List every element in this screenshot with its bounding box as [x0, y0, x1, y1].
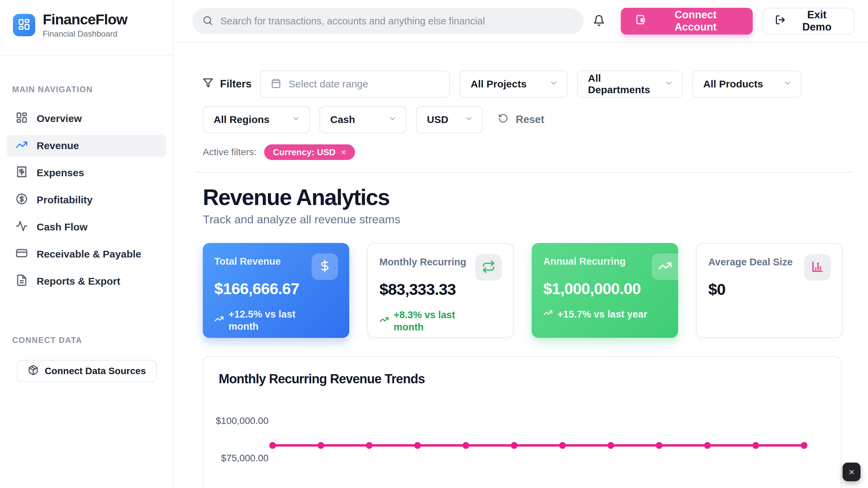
search-input[interactable]	[220, 16, 573, 27]
currency-select-value: USD	[427, 114, 448, 125]
date-range-picker[interactable]	[260, 70, 450, 98]
sidebar-item-receivable-payable[interactable]: Receivable & Payable	[7, 243, 166, 265]
mrr-data-point[interactable]	[414, 442, 421, 449]
mrr-data-point[interactable]	[511, 442, 518, 449]
y-axis-tick-label: $75,000.00	[221, 453, 269, 463]
connect-account-button[interactable]: Connect Account	[621, 8, 752, 35]
receipt-icon	[16, 166, 28, 180]
top-bar: Connect Account Exit Demo	[174, 0, 868, 43]
activity-icon	[16, 220, 28, 235]
sidebar-item-label: Revenue	[37, 140, 79, 151]
mrr-data-point[interactable]	[559, 442, 566, 449]
dashboard-grid-icon	[16, 111, 28, 126]
sidebar-item-cash-flow[interactable]: Cash Flow	[7, 216, 166, 238]
search-icon	[202, 15, 213, 27]
funnel-icon	[203, 78, 213, 91]
dashboard-grid-icon	[18, 18, 31, 32]
dollar-sign-icon	[318, 259, 332, 274]
projects-select[interactable]: All Projects	[460, 70, 568, 98]
chevron-down-icon	[549, 78, 558, 90]
filters-row-1: Filters All Projects All Departments All…	[203, 70, 846, 98]
metric-card-average-deal-size: Average Deal Size $0	[696, 243, 843, 338]
metric-change-text: +12.5% vs last month	[229, 308, 303, 333]
products-select[interactable]: All Products	[692, 70, 802, 98]
notifications-button[interactable]	[593, 15, 605, 27]
app-logo	[13, 14, 35, 36]
metric-card-monthly-recurring: Monthly Recurring $83,333.33 +8.3% vs la…	[367, 243, 514, 338]
metric-value: $0	[708, 280, 830, 299]
mrr-data-point[interactable]	[704, 442, 711, 449]
mrr-data-point[interactable]	[608, 442, 614, 449]
mrr-data-point[interactable]	[366, 442, 373, 449]
mrr-data-point[interactable]	[318, 442, 324, 449]
brand-header: FinanceFlow Financial Dashboard	[0, 0, 173, 56]
active-filter-chip-currency[interactable]: Currency: USD ×	[264, 144, 355, 160]
metric-icon-badge	[804, 254, 831, 281]
rotate-ccw-icon	[498, 113, 508, 126]
close-icon[interactable]: ×	[341, 147, 346, 158]
page-title: Revenue Analytics	[203, 184, 846, 210]
metric-card-total-revenue: Total Revenue $166,666.67 +12.5% vs last…	[203, 243, 349, 338]
filters-label: Filters	[220, 78, 252, 90]
sidebar-item-label: Profitability	[37, 194, 93, 206]
sidebar-item-expenses[interactable]: Expenses	[7, 162, 166, 184]
main-navigation-header: MAIN NAVIGATION	[12, 85, 173, 94]
credit-card-icon	[16, 247, 28, 262]
trending-up-icon	[214, 314, 224, 326]
filters-heading: Filters	[203, 78, 252, 91]
trending-up-icon	[543, 308, 553, 320]
mrr-data-point[interactable]	[801, 442, 808, 449]
sidebar-item-label: Overview	[37, 113, 82, 124]
metric-change-text: +15.7% vs last year	[557, 308, 647, 320]
chip-label: Currency: USD	[273, 147, 336, 158]
connect-data-header: CONNECT DATA	[12, 336, 173, 345]
departments-select[interactable]: All Departments	[577, 70, 683, 98]
mrr-trends-line-chart: $100,000.00$75,000.00$50,000.00	[203, 357, 842, 488]
metric-value: $83,333.33	[379, 280, 501, 299]
sidebar-item-revenue[interactable]: Revenue	[7, 135, 166, 157]
projects-select-value: All Projects	[471, 78, 527, 90]
exit-demo-button[interactable]: Exit Demo	[763, 8, 854, 35]
metric-change: +12.5% vs last month	[214, 308, 303, 333]
currency-select[interactable]: USD	[416, 106, 483, 133]
active-filters-row: Active filters: Currency: USD ×	[203, 144, 846, 160]
trending-up-icon	[16, 139, 28, 153]
mrr-data-point[interactable]	[269, 442, 276, 449]
page-subtitle: Track and analyze all revenue streams	[203, 213, 846, 226]
file-text-icon	[16, 274, 28, 289]
overlay-close-button[interactable]: ×	[843, 463, 861, 481]
regions-select-value: All Regions	[214, 114, 270, 125]
sidebar-item-reports-export[interactable]: Reports & Export	[7, 270, 166, 292]
metric-label: Annual Recurring	[543, 256, 667, 267]
repeat-icon	[482, 260, 495, 275]
calendar-icon	[271, 78, 281, 90]
mrr-data-point[interactable]	[656, 442, 663, 449]
metric-change: +8.3% vs last month	[379, 309, 468, 333]
app-tagline: Financial Dashboard	[43, 29, 127, 39]
chevron-down-icon	[388, 114, 397, 125]
metric-change: +15.7% vs last year	[543, 308, 667, 320]
reset-filters-button[interactable]: Reset	[498, 113, 544, 126]
mrr-data-point[interactable]	[752, 442, 759, 449]
departments-select-value: All Departments	[588, 73, 665, 96]
account-type-select[interactable]: Cash	[319, 106, 407, 133]
dollar-circle-icon	[16, 193, 28, 207]
connect-data-sources-button[interactable]: Connect Data Sources	[17, 360, 157, 382]
metric-value: $1,000,000.00	[543, 279, 667, 298]
mrr-trends-card: Monthly Recurring Revenue Trends $100,00…	[203, 356, 842, 488]
global-search[interactable]	[192, 8, 584, 34]
sidebar-item-label: Receivable & Payable	[37, 248, 141, 260]
sidebar-item-profitability[interactable]: Profitability	[7, 189, 166, 211]
sidebar-item-label: Cash Flow	[37, 221, 87, 233]
date-range-input[interactable]	[289, 78, 439, 90]
products-select-value: All Products	[703, 78, 763, 90]
reset-label: Reset	[516, 114, 544, 126]
metric-icon-badge	[312, 253, 338, 280]
trending-up-icon	[379, 315, 389, 327]
bar-chart-icon	[811, 260, 824, 275]
regions-select[interactable]: All Regions	[203, 106, 310, 133]
sidebar-item-overview[interactable]: Overview	[7, 108, 166, 129]
mrr-data-point[interactable]	[462, 442, 469, 449]
exit-demo-label: Exit Demo	[792, 9, 842, 33]
sidebar: FinanceFlow Financial Dashboard MAIN NAV…	[0, 0, 174, 488]
